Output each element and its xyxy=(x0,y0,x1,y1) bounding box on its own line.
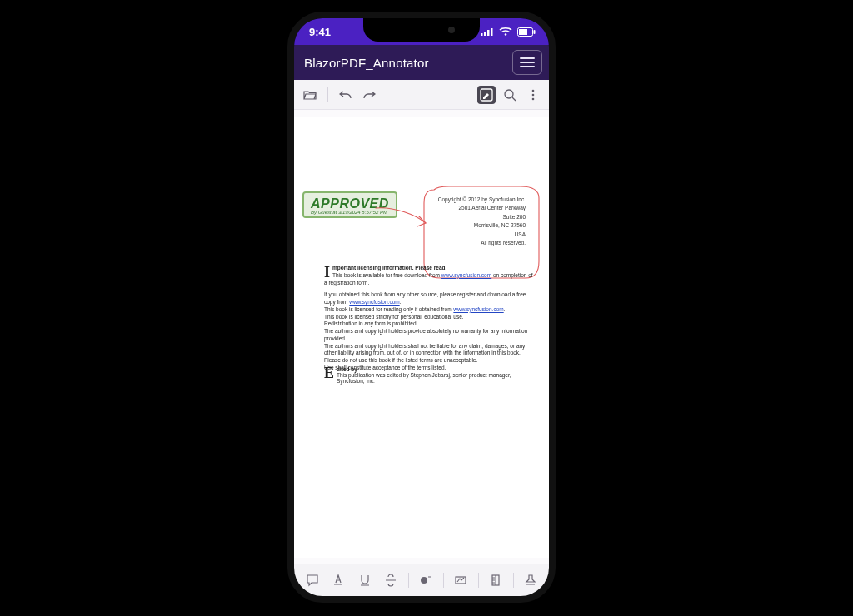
phone-frame: 9:41 BlazorPDF_Annotator xyxy=(287,12,556,603)
doc-link[interactable]: www.syncfusion.com xyxy=(349,299,399,305)
address-line: Suite 200 xyxy=(438,213,526,221)
svg-rect-6 xyxy=(519,29,527,35)
toolbar-separator xyxy=(327,87,328,102)
hamburger-menu-button[interactable] xyxy=(512,50,542,75)
svg-point-13 xyxy=(421,577,427,584)
pdf-page-viewport[interactable]: 3 3 APPROVED By Guest at 3/19/2024 8:57:… xyxy=(294,110,549,564)
doc-line: The authors and copyright holders shall … xyxy=(324,343,525,356)
svg-point-9 xyxy=(505,90,513,98)
address-line: Morrisville, NC 27560 xyxy=(438,221,526,230)
status-time: 9:41 xyxy=(309,26,331,38)
approved-stamp-annotation[interactable]: APPROVED By Guest at 3/19/2024 8:57:52 P… xyxy=(302,191,397,218)
doc-line: . xyxy=(504,306,506,312)
doc-line: The authors and copyright holders provid… xyxy=(324,328,527,341)
svg-rect-3 xyxy=(491,28,493,36)
svg-point-11 xyxy=(532,93,535,96)
doc-line: This book is available for free download… xyxy=(332,272,441,278)
redo-button[interactable] xyxy=(360,86,378,104)
svg-point-4 xyxy=(505,33,507,36)
document-body-text: I mportant licensing information. Please… xyxy=(324,265,534,377)
svg-point-10 xyxy=(532,89,535,92)
doc-line: Redistribution in any form is prohibited… xyxy=(324,320,417,326)
doc-heading: mportant licensing information. Please r… xyxy=(332,265,446,271)
address-line: All rights reserved. xyxy=(438,239,526,247)
svg-rect-2 xyxy=(487,30,490,36)
doc-line: Please do not use this book if the liste… xyxy=(324,357,477,363)
app-header: BlazorPDF_Annotator xyxy=(294,45,549,80)
address-line: Copyright © 2012 by Syncfusion Inc. xyxy=(438,196,526,204)
pdf-toolbar-top xyxy=(294,80,549,110)
doc-line: . xyxy=(400,299,402,305)
stamp-tool-button[interactable] xyxy=(521,571,540,589)
svg-point-12 xyxy=(532,97,535,100)
address-line: USA xyxy=(438,231,526,239)
open-file-button[interactable] xyxy=(301,86,319,104)
doc-line: This book is licensed for reading only i… xyxy=(324,306,453,312)
edited-body: This publication was edited by Stephen J… xyxy=(337,372,511,384)
toolbar-separator xyxy=(513,573,514,588)
svg-rect-14 xyxy=(456,577,466,584)
edited-heading: dited by xyxy=(337,366,357,372)
highlight-tool-button[interactable] xyxy=(329,571,347,589)
doc-link[interactable]: www.syncfusion.com xyxy=(453,306,503,312)
ink-tool-button[interactable] xyxy=(417,571,435,589)
shape-tool-button[interactable] xyxy=(451,571,470,589)
calibrate-tool-button[interactable] xyxy=(486,571,505,589)
app-title: BlazorPDF_Annotator xyxy=(304,56,429,70)
undo-button[interactable] xyxy=(337,86,355,104)
copyright-address-block: Copyright © 2012 by Syncfusion Inc. 2501… xyxy=(438,196,526,247)
battery-icon xyxy=(517,27,536,37)
svg-rect-0 xyxy=(481,33,483,36)
strikethrough-tool-button[interactable] xyxy=(382,571,400,589)
cellular-signal-icon xyxy=(481,27,494,36)
edited-by-section: E dited by This publication was edited b… xyxy=(324,366,534,384)
stamp-subtext: By Guest at 3/19/2024 8:57:52 PM xyxy=(311,210,389,215)
annotation-toolbar xyxy=(294,564,549,596)
pdf-page: APPROVED By Guest at 3/19/2024 8:57:52 P… xyxy=(294,117,549,558)
underline-tool-button[interactable] xyxy=(356,571,374,589)
doc-line: This book is licensed strictly for perso… xyxy=(324,314,464,320)
toolbar-separator xyxy=(408,573,409,588)
comment-tool-button[interactable] xyxy=(303,571,322,589)
wifi-icon xyxy=(499,27,512,37)
toolbar-separator xyxy=(478,573,479,588)
search-button[interactable] xyxy=(501,86,519,104)
doc-link[interactable]: www.syncfusion.com xyxy=(441,272,491,278)
device-notch xyxy=(363,18,480,42)
more-options-button[interactable] xyxy=(524,86,542,104)
edit-annotation-button[interactable] xyxy=(477,86,496,104)
toolbar-separator xyxy=(443,573,444,588)
svg-rect-1 xyxy=(484,32,486,36)
address-line: 2501 Aerial Center Parkway xyxy=(438,204,526,212)
svg-rect-7 xyxy=(534,30,536,34)
